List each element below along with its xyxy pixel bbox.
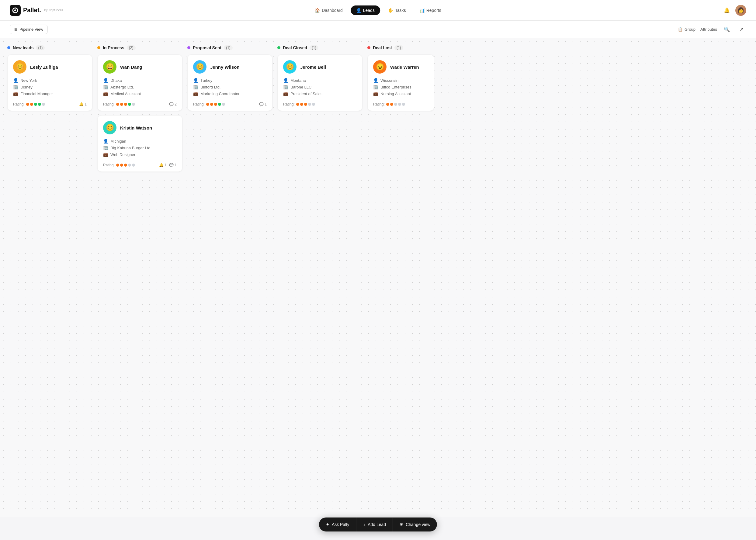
card-role-jerome: 💼 President of Sales bbox=[283, 91, 357, 96]
card-location-wade: 👤 Wisconsin bbox=[373, 78, 428, 83]
rating-dot-1 bbox=[210, 103, 213, 106]
location-icon: 👤 bbox=[373, 78, 378, 83]
card-wan[interactable]: 😄 Wan Dang 👤 Dhaka 🏢 Abstergo Ltd. 💼 Med… bbox=[97, 55, 183, 111]
rating-dot-2 bbox=[124, 103, 127, 106]
card-name-jenny: Jenny Wilson bbox=[210, 65, 239, 69]
card-footer-wade: Rating: bbox=[373, 100, 428, 106]
column-in-process: In Process (2) 😄 Wan Dang 👤 Dhaka 🏢 Abst… bbox=[97, 45, 183, 510]
column-new-leads: New leads (1) 😊 Lesly Zuñiga 👤 New York … bbox=[7, 45, 92, 510]
rating-dot-2 bbox=[124, 164, 127, 167]
msg-action: 💬 1 bbox=[169, 163, 177, 167]
rating-dot-4 bbox=[132, 103, 135, 106]
toolbar-right: 📋 Group Attributes 🔍 ↗ bbox=[678, 24, 746, 34]
notifications-button[interactable]: 🔔 bbox=[722, 5, 732, 15]
rating-dots-wan bbox=[116, 103, 135, 106]
column-title-deal-lost: Deal Lost bbox=[373, 45, 392, 50]
grid-icon: ⊞ bbox=[14, 27, 18, 32]
rating-dot-1 bbox=[300, 103, 303, 106]
column-count-deal-lost: (1) bbox=[394, 45, 403, 50]
msg-action: 💬 2 bbox=[169, 102, 177, 106]
location-icon: 👤 bbox=[193, 78, 198, 83]
column-title-new-leads: New leads bbox=[13, 45, 34, 50]
rating-dot-4 bbox=[312, 103, 315, 106]
column-proposal-sent: Proposal Sent (1) 😊 Jenny Wilson 👤 Turke… bbox=[187, 45, 272, 510]
rating-dot-3 bbox=[398, 103, 401, 106]
app-name: Pallet. bbox=[23, 7, 41, 14]
nav-tasks[interactable]: ✋ Tasks bbox=[382, 5, 411, 15]
rating-dot-3 bbox=[218, 103, 221, 106]
card-kristin[interactable]: 😊 Kristin Watson 👤 Michigan 🏢 Big Kahuna… bbox=[97, 115, 183, 172]
pipeline-view-label: Pipeline View bbox=[20, 27, 43, 32]
change-view-button[interactable]: ⊞ Change view bbox=[393, 517, 437, 531]
card-header-lesly: 😊 Lesly Zuñiga bbox=[13, 60, 87, 73]
card-name-jerome: Jerome Bell bbox=[300, 65, 326, 69]
bell-action: 🔔 1 bbox=[79, 102, 87, 106]
ask-pally-button[interactable]: ✦ Ask Pally bbox=[319, 517, 357, 531]
column-header-in-process: In Process (2) bbox=[97, 45, 183, 50]
card-role-jenny: 💼 Marketing Coordinator bbox=[193, 91, 267, 96]
company-icon: 🏢 bbox=[373, 84, 378, 89]
pipeline-view-button[interactable]: ⊞ Pipeline View bbox=[10, 25, 48, 34]
rating-row-wan: Rating: bbox=[103, 102, 135, 106]
column-title-deal-closed: Deal Closed bbox=[283, 45, 307, 50]
rating-dot-2 bbox=[214, 103, 217, 106]
card-header-kristin: 😊 Kristin Watson bbox=[103, 121, 177, 134]
add-lead-button[interactable]: + Add Lead bbox=[356, 518, 393, 531]
rating-row-jenny: Rating: bbox=[193, 102, 225, 106]
rating-dot-0 bbox=[26, 103, 29, 106]
card-actions-lesly: 🔔 1 bbox=[79, 102, 87, 106]
bottom-bar: ✦ Ask Pally + Add Lead ⊞ Change view bbox=[319, 517, 437, 531]
card-wade[interactable]: 😠 Wade Warren 👤 Wisconsin 🏢 Biffco Enter… bbox=[367, 55, 434, 111]
group-button[interactable]: 📋 Group bbox=[678, 27, 695, 32]
card-name-kristin: Kristin Watson bbox=[120, 125, 152, 130]
location-icon: 👤 bbox=[283, 78, 288, 83]
card-location-lesly: 👤 New York bbox=[13, 78, 87, 83]
column-dot-deal-lost bbox=[367, 46, 371, 49]
column-dot-proposal-sent bbox=[187, 46, 190, 49]
home-icon: 🏠 bbox=[315, 8, 320, 13]
card-jenny[interactable]: 😊 Jenny Wilson 👤 Turkey 🏢 Binford Ltd. 💼… bbox=[187, 55, 272, 111]
grid2-icon: ⊞ bbox=[399, 522, 403, 527]
rating-dots-jerome bbox=[296, 103, 315, 106]
nav-dashboard[interactable]: 🏠 Dashboard bbox=[309, 5, 348, 15]
rating-dot-4 bbox=[42, 103, 45, 106]
share-button[interactable]: ↗ bbox=[736, 24, 746, 34]
card-actions-kristin: 🔔 1💬 1 bbox=[159, 163, 177, 167]
card-company-kristin: 🏢 Big Kahuna Burger Ltd. bbox=[103, 145, 177, 150]
nav-leads[interactable]: 👤 Leads bbox=[351, 5, 380, 15]
card-avatar-wan: 😄 bbox=[103, 60, 116, 73]
column-dot-new-leads bbox=[7, 46, 10, 49]
search-button[interactable]: 🔍 bbox=[722, 24, 732, 34]
rating-dot-1 bbox=[30, 103, 33, 106]
avatar[interactable]: 👩 bbox=[735, 5, 746, 16]
role-icon: 💼 bbox=[103, 91, 108, 96]
card-location-kristin: 👤 Michigan bbox=[103, 139, 177, 144]
attributes-label: Attributes bbox=[700, 27, 717, 32]
column-dot-deal-closed bbox=[277, 46, 280, 49]
card-lesly[interactable]: 😊 Lesly Zuñiga 👤 New York 🏢 Disney 💼 Fin… bbox=[7, 55, 92, 111]
card-location-wan: 👤 Dhaka bbox=[103, 78, 177, 83]
rating-row-wade: Rating: bbox=[373, 102, 405, 106]
rating-dot-3 bbox=[38, 103, 41, 106]
column-count-deal-closed: (1) bbox=[310, 45, 318, 50]
company-icon: 🏢 bbox=[103, 145, 108, 150]
svg-point-2 bbox=[14, 9, 16, 11]
column-deal-lost: Deal Lost (1) 😠 Wade Warren 👤 Wisconsin … bbox=[367, 45, 434, 510]
card-company-jenny: 🏢 Binford Ltd. bbox=[193, 84, 267, 89]
card-jerome[interactable]: 😊 Jerome Bell 👤 Montana 🏢 Barone LLC. 💼 … bbox=[277, 55, 363, 111]
column-count-proposal-sent: (1) bbox=[224, 45, 232, 50]
nav-leads-label: Leads bbox=[363, 8, 375, 13]
column-deal-closed: Deal Closed (1) 😊 Jerome Bell 👤 Montana … bbox=[277, 45, 363, 510]
sparkle-icon: ✦ bbox=[326, 522, 330, 527]
nav-reports[interactable]: 📊 Reports bbox=[414, 5, 447, 15]
rating-dot-0 bbox=[206, 103, 209, 106]
card-actions-wan: 💬 2 bbox=[169, 102, 177, 106]
card-header-wade: 😠 Wade Warren bbox=[373, 60, 428, 73]
column-count-new-leads: (1) bbox=[36, 45, 45, 50]
rating-dot-0 bbox=[116, 103, 119, 106]
rating-dots-wade bbox=[386, 103, 405, 106]
attributes-button[interactable]: Attributes bbox=[700, 27, 717, 32]
role-icon: 💼 bbox=[103, 152, 108, 157]
rating-dot-1 bbox=[120, 164, 123, 167]
plus-icon: + bbox=[363, 522, 366, 527]
